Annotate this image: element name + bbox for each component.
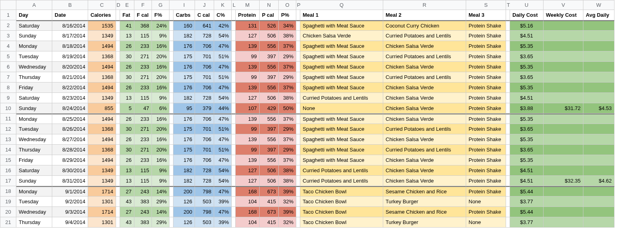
cell[interactable]: 20% xyxy=(152,51,169,62)
cell[interactable] xyxy=(544,217,583,228)
cell[interactable]: Chicken Salsa Verde xyxy=(383,62,466,72)
cell[interactable]: 8/27/2014 xyxy=(52,134,88,145)
cell[interactable] xyxy=(296,83,300,93)
cell[interactable]: 26 xyxy=(120,41,134,51)
cell[interactable] xyxy=(544,62,583,72)
cell[interactable]: 233 xyxy=(134,155,152,165)
cell[interactable]: None xyxy=(300,103,383,114)
cell[interactable]: Protein Shake xyxy=(466,51,506,62)
column-header[interactable]: E xyxy=(120,0,134,10)
cell[interactable]: Spaghetti with Meat Sauce xyxy=(300,62,383,72)
cell[interactable]: 20% xyxy=(152,72,169,83)
cell[interactable]: 1301 xyxy=(88,217,116,228)
cell[interactable] xyxy=(583,134,614,145)
cell[interactable]: 27 xyxy=(120,207,134,217)
cell[interactable] xyxy=(232,20,236,31)
cell[interactable]: 32% xyxy=(279,217,296,228)
cell[interactable] xyxy=(232,145,236,155)
cell[interactable] xyxy=(169,83,173,93)
cell[interactable]: 556 xyxy=(260,83,279,93)
cell[interactable]: 39% xyxy=(214,217,232,228)
cell[interactable] xyxy=(506,165,510,176)
cell[interactable]: 383 xyxy=(134,197,152,207)
cell[interactable]: 47% xyxy=(214,83,232,93)
cell[interactable]: Monday xyxy=(16,41,52,51)
cell[interactable]: Protein Shake xyxy=(466,165,506,176)
cell[interactable]: 38% xyxy=(279,176,296,186)
cell[interactable]: 429 xyxy=(260,103,279,114)
cell[interactable] xyxy=(296,155,300,165)
cell[interactable]: 673 xyxy=(260,207,279,217)
cell[interactable] xyxy=(116,83,120,93)
cell[interactable]: $4.51 xyxy=(510,165,544,176)
cell[interactable] xyxy=(544,207,583,217)
cell[interactable] xyxy=(232,217,236,228)
cell[interactable]: Spaghetti with Meat Sauce xyxy=(300,145,383,155)
cell[interactable] xyxy=(116,93,120,103)
header-cell[interactable]: Date xyxy=(52,10,88,20)
cell[interactable] xyxy=(232,155,236,165)
cell[interactable]: Protein Shake xyxy=(466,93,506,103)
cell[interactable] xyxy=(169,155,173,165)
cell[interactable]: 5 xyxy=(0,51,16,62)
cell[interactable] xyxy=(169,217,173,228)
cell[interactable]: 115 xyxy=(134,176,152,186)
cell[interactable]: 1494 xyxy=(88,155,116,165)
cell[interactable] xyxy=(506,145,510,155)
cell[interactable]: 99 xyxy=(236,72,260,83)
cell[interactable]: $5.44 xyxy=(510,186,544,197)
cell[interactable] xyxy=(232,165,236,176)
cell[interactable]: 17 xyxy=(0,176,16,186)
cell[interactable]: 139 xyxy=(236,134,260,145)
cell[interactable]: 798 xyxy=(195,207,214,217)
cell[interactable]: 9/3/2014 xyxy=(52,207,88,217)
cell[interactable]: 127 xyxy=(236,93,260,103)
cell[interactable]: 47% xyxy=(214,186,232,197)
cell[interactable]: 32% xyxy=(279,197,296,207)
cell[interactable]: 3 xyxy=(0,31,16,41)
cell[interactable] xyxy=(232,62,236,72)
cell[interactable]: 47% xyxy=(214,62,232,72)
cell[interactable] xyxy=(169,165,173,176)
header-cell[interactable]: Fat xyxy=(120,10,134,20)
cell[interactable]: 139 xyxy=(236,41,260,51)
cell[interactable] xyxy=(116,176,120,186)
cell[interactable]: 706 xyxy=(195,41,214,51)
cell[interactable]: $31.72 xyxy=(544,103,583,114)
header-cell[interactable]: P% xyxy=(279,10,296,20)
cell[interactable]: Wednesday xyxy=(16,207,52,217)
cell[interactable]: 8/18/2014 xyxy=(52,41,88,51)
cell[interactable] xyxy=(296,103,300,114)
cell[interactable]: 29% xyxy=(152,197,169,207)
cell[interactable]: Saturday xyxy=(16,165,52,176)
cell[interactable]: Curried Potatoes and Lentils xyxy=(300,165,383,176)
cell[interactable]: $4.51 xyxy=(510,31,544,41)
cell[interactable]: 139 xyxy=(236,62,260,72)
cell[interactable]: 13 xyxy=(120,93,134,103)
cell[interactable] xyxy=(544,186,583,197)
cell[interactable]: 37% xyxy=(279,41,296,51)
cell[interactable] xyxy=(169,103,173,114)
cell[interactable]: 182 xyxy=(173,93,195,103)
header-cell[interactable] xyxy=(232,10,236,20)
cell[interactable]: 383 xyxy=(134,217,152,228)
cell[interactable]: $3.88 xyxy=(510,103,544,114)
cell[interactable]: 39% xyxy=(279,186,296,197)
header-cell[interactable]: F cal xyxy=(134,10,152,20)
cell[interactable]: $32.35 xyxy=(544,176,583,186)
cell[interactable]: $4.53 xyxy=(583,103,614,114)
cell[interactable]: 1368 xyxy=(88,124,116,134)
cell[interactable]: 8/19/2014 xyxy=(52,51,88,62)
cell[interactable] xyxy=(296,114,300,124)
cell[interactable]: 526 xyxy=(260,20,279,31)
cell[interactable]: 51% xyxy=(214,124,232,134)
cell[interactable]: 176 xyxy=(173,41,195,51)
cell[interactable]: 243 xyxy=(134,207,152,217)
cell[interactable]: 506 xyxy=(260,31,279,41)
column-header[interactable]: G xyxy=(152,0,169,10)
cell[interactable]: 1714 xyxy=(88,186,116,197)
cell[interactable]: 8/24/2014 xyxy=(52,103,88,114)
cell[interactable]: Thursday xyxy=(16,217,52,228)
header-cell[interactable] xyxy=(296,10,300,20)
header-cell[interactable]: Carbs xyxy=(173,10,195,20)
